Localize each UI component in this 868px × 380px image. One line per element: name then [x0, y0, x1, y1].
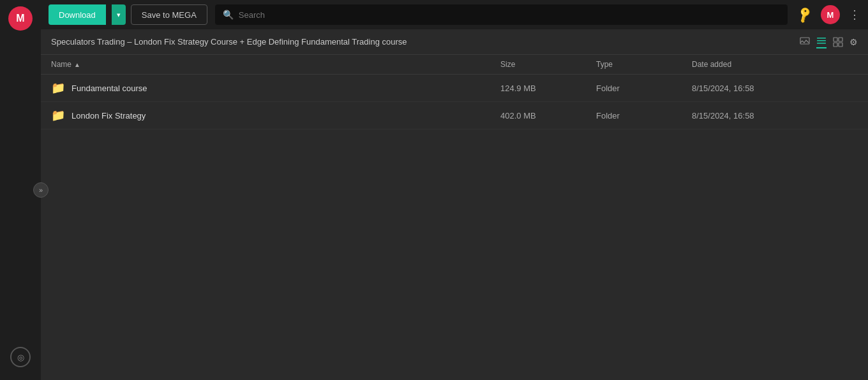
- svg-rect-0: [800, 38, 809, 44]
- sidebar-expand-button[interactable]: »: [33, 182, 49, 198]
- row-name-cell: 📁 Fundamental course: [51, 81, 500, 95]
- svg-rect-3: [817, 43, 826, 44]
- breadcrumb-bar: Speculators Trading – London Fix Strateg…: [41, 29, 868, 55]
- image-view-icon[interactable]: [800, 37, 810, 47]
- file-area: Name ▲ Size Type Date added 📁 Fundamenta…: [41, 55, 868, 380]
- table-header: Name ▲ Size Type Date added: [41, 55, 868, 75]
- file-type: Folder: [596, 84, 692, 93]
- file-size: 402.0 MB: [500, 111, 596, 121]
- file-size: 124.9 MB: [500, 84, 596, 93]
- avatar[interactable]: M: [821, 5, 840, 24]
- bottom-circle-icon[interactable]: ◎: [10, 347, 31, 367]
- mega-logo[interactable]: M: [8, 6, 33, 31]
- view-controls: ⚙: [800, 36, 858, 48]
- topbar: Download ▾ Save to MEGA 🔍 🔑 M ⋮: [41, 0, 868, 29]
- svg-rect-1: [817, 38, 826, 39]
- column-type-header: Type: [596, 60, 692, 69]
- svg-rect-2: [817, 40, 826, 41]
- search-icon: 🔍: [223, 10, 234, 20]
- breadcrumb: Speculators Trading – London Fix Strateg…: [51, 37, 407, 47]
- svg-rect-5: [839, 38, 842, 41]
- download-dropdown-button[interactable]: ▾: [112, 4, 126, 25]
- folder-icon: 📁: [51, 81, 65, 95]
- row-name-cell: 📁 London Fix Strategy: [51, 108, 500, 122]
- column-size-header: Size: [500, 60, 596, 69]
- sidebar: M » ◎: [0, 0, 41, 380]
- file-date: 8/15/2024, 16:58: [692, 111, 832, 121]
- topbar-right: 🔑 M ⋮: [798, 5, 860, 24]
- column-name-header[interactable]: Name ▲: [51, 60, 500, 69]
- main-content: Download ▾ Save to MEGA 🔍 🔑 M ⋮ Speculat…: [41, 0, 868, 380]
- list-view-icon[interactable]: [816, 36, 827, 48]
- grid-view-icon[interactable]: [833, 37, 843, 47]
- search-bar: 🔍: [215, 4, 788, 25]
- key-icon[interactable]: 🔑: [795, 5, 814, 24]
- file-name: Fundamental course: [71, 84, 147, 93]
- sort-arrow-icon: ▲: [74, 61, 80, 68]
- more-options-icon[interactable]: ⋮: [849, 8, 860, 22]
- search-input[interactable]: [239, 10, 780, 20]
- download-button[interactable]: Download: [49, 4, 106, 25]
- save-to-mega-button[interactable]: Save to MEGA: [131, 4, 207, 25]
- file-date: 8/15/2024, 16:58: [692, 84, 832, 93]
- svg-rect-4: [834, 38, 837, 41]
- file-name: London Fix Strategy: [71, 111, 146, 121]
- svg-rect-6: [834, 43, 837, 47]
- settings-gear-icon[interactable]: ⚙: [849, 37, 858, 47]
- file-type: Folder: [596, 111, 692, 121]
- table-row[interactable]: 📁 Fundamental course 124.9 MB Folder 8/1…: [41, 75, 868, 102]
- folder-icon: 📁: [51, 108, 65, 122]
- svg-rect-7: [839, 43, 842, 47]
- table-row[interactable]: 📁 London Fix Strategy 402.0 MB Folder 8/…: [41, 102, 868, 129]
- column-date-header: Date added: [692, 60, 832, 69]
